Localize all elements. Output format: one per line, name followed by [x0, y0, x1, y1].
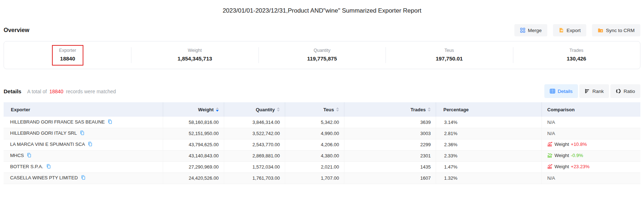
comparison-na: N/A — [547, 175, 555, 181]
table-row[interactable]: HILLEBRAND GORI ITALY SRL52,151,950.003,… — [4, 128, 640, 139]
view-switch: Details Rank Ratio — [544, 84, 640, 98]
export-file-icon — [559, 28, 564, 33]
weight-cell: 43,794,625.00 — [163, 139, 224, 150]
column-label: Comparison — [547, 107, 575, 112]
copy-icon[interactable] — [80, 130, 84, 136]
weight-cell: 52,151,950.00 — [163, 128, 224, 139]
stat-value: 130,426 — [567, 55, 586, 62]
view-button-rank[interactable]: Rank — [579, 84, 609, 98]
comparison-label: Weight — [554, 164, 569, 169]
trades-cell: 2299 — [344, 139, 436, 150]
sort-carets-icon[interactable] — [428, 107, 431, 112]
stat-value: 119,775,875 — [307, 55, 337, 62]
column-header-weight[interactable]: Weight — [163, 102, 224, 117]
copy-icon[interactable] — [81, 175, 86, 181]
trend-down-icon — [547, 153, 553, 158]
column-label: Weight — [198, 107, 214, 112]
exporter-cell: MHCS — [4, 150, 163, 161]
column-header-percentage: Percentage — [436, 102, 542, 117]
trades-cell: 1435 — [344, 161, 436, 173]
comparison-value: +23.23% — [571, 164, 589, 169]
column-header-trades[interactable]: Trades — [344, 102, 436, 117]
table-row[interactable]: BOTTER S.P.A.27,290,969.001,572,034.002,… — [4, 161, 640, 173]
table-row[interactable]: LA MARCA VINI E SPUMANTI SCA43,794,625.0… — [4, 139, 640, 150]
stat-value: 197,750.01 — [436, 55, 463, 62]
weight-cell: 58,160,816.00 — [163, 117, 224, 128]
comparison-value: +10.8% — [571, 142, 587, 147]
percentage-cell: 2.33% — [436, 150, 542, 161]
stat-trades: Trades 130,426 — [513, 41, 640, 69]
column-header-comparison: Comparison — [542, 102, 640, 117]
trend-up-icon — [547, 164, 553, 169]
page-title: 2023/01/01-2023/12/31,Product AND"wine" … — [4, 0, 640, 14]
export-button-label: Export — [566, 28, 580, 33]
stat-exporter: Exporter 18840 — [4, 41, 131, 69]
sync-folder-icon — [598, 28, 603, 33]
details-heading: Details — [4, 88, 21, 94]
view-button-label: Details — [558, 89, 573, 94]
view-button-details[interactable]: Details — [544, 84, 578, 98]
table-row[interactable]: MHCS43,140,843.002,869,881.004,380.00230… — [4, 150, 640, 161]
stat-label: Quantity — [314, 48, 331, 53]
exporter-name[interactable]: LA MARCA VINI E SPUMANTI SCA — [10, 142, 85, 147]
percentage-cell: 2.36% — [436, 139, 542, 150]
sync-to-crm-button-label: Sync to CRM — [606, 28, 635, 33]
table-header-row: ExporterWeightQuantityTeusTradesPercenta… — [4, 102, 640, 117]
comparison-trend: Weight+10.8% — [547, 142, 587, 147]
teus-cell: 4,206.00 — [285, 139, 344, 150]
column-label: Exporter — [11, 107, 30, 112]
view-button-label: Rank — [592, 89, 604, 94]
teus-cell: 4,990.00 — [285, 128, 344, 139]
stat-teus: Teus 197,750.01 — [386, 41, 513, 69]
stat-value: 1,854,345,713 — [178, 55, 212, 62]
exporter-name[interactable]: MHCS — [10, 153, 24, 158]
copy-icon[interactable] — [108, 119, 112, 125]
percentage-cell: 3.14% — [436, 117, 542, 128]
teus-cell: 2,021.00 — [285, 161, 344, 173]
details-header-row: Details A total of 18840 records were ma… — [4, 84, 640, 98]
comparison-na: N/A — [547, 131, 555, 136]
table-row[interactable]: HILLEBRAND GORI FRANCE SAS BEAUNE58,160,… — [4, 117, 640, 128]
view-button-ratio[interactable]: Ratio — [610, 84, 640, 98]
comparison-cell: N/A — [542, 173, 640, 184]
percentage-cell: 1.47% — [436, 161, 542, 173]
export-button[interactable]: Export — [553, 24, 586, 36]
column-header-exporter: Exporter — [4, 102, 163, 117]
comparison-label: Weight — [554, 142, 569, 147]
sync-to-crm-button[interactable]: Sync to CRM — [592, 24, 640, 36]
exporter-name[interactable]: HILLEBRAND GORI FRANCE SAS BEAUNE — [10, 119, 105, 125]
exporter-name[interactable]: BOTTER S.P.A. — [10, 164, 43, 169]
column-header-teus[interactable]: Teus — [285, 102, 344, 117]
trend-up-icon — [547, 142, 553, 147]
sort-carets-icon[interactable] — [216, 107, 219, 112]
stat-label: Trades — [570, 48, 583, 53]
exporter-name[interactable]: CASELLA WINES PTY LIMITED — [10, 175, 78, 180]
teus-cell: 1,707.00 — [285, 173, 344, 184]
exporter-name[interactable]: HILLEBRAND GORI ITALY SRL — [10, 130, 77, 136]
stat-label: Teus — [444, 48, 454, 53]
trades-cell: 3003 — [344, 128, 436, 139]
table-icon — [550, 89, 555, 94]
page: 2023/01/01-2023/12/31,Product AND"wine" … — [0, 0, 644, 184]
comparison-cell: Weight+23.23% — [542, 161, 640, 173]
merge-button-label: Merge — [528, 28, 541, 33]
view-button-label: Ratio — [623, 89, 635, 94]
trades-cell: 1607 — [344, 173, 436, 184]
comparison-trend: Weight-0.9% — [547, 153, 583, 158]
column-header-quantity[interactable]: Quantity — [224, 102, 285, 117]
comparison-cell: Weight+10.8% — [542, 139, 640, 150]
table-row[interactable]: CASELLA WINES PTY LIMITED24,420,526.001,… — [4, 173, 640, 184]
quantity-cell: 1,761,703.00 — [224, 173, 285, 184]
copy-icon[interactable] — [88, 142, 92, 148]
column-label: Trades — [410, 107, 426, 112]
quantity-cell: 2,543,770.00 — [224, 139, 285, 150]
copy-icon[interactable] — [27, 153, 31, 159]
stat-value: 18840 — [60, 55, 75, 62]
teus-cell: 4,380.00 — [285, 150, 344, 161]
column-label: Quantity — [256, 107, 275, 112]
sort-carets-icon[interactable] — [336, 107, 339, 112]
merge-button[interactable]: Merge — [514, 24, 547, 36]
merge-icon — [520, 28, 525, 33]
sort-carets-icon[interactable] — [277, 107, 280, 112]
copy-icon[interactable] — [46, 164, 51, 170]
